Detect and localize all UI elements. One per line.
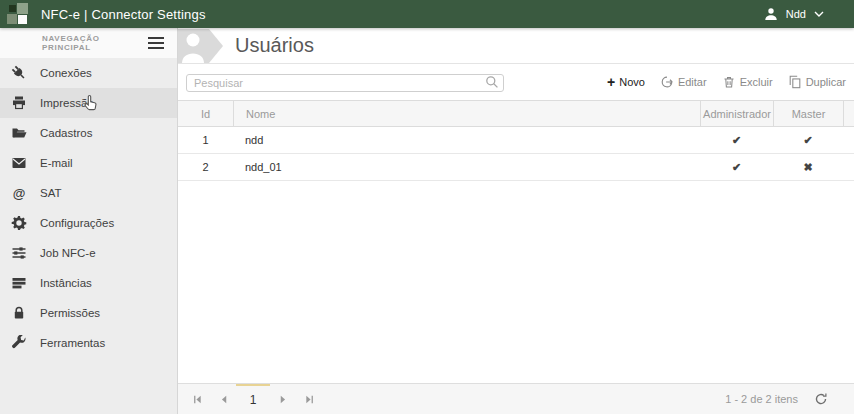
cell-nome: ndd [233, 127, 700, 153]
search-input[interactable] [186, 74, 504, 92]
sidebar-item-sat[interactable]: @ SAT [0, 178, 177, 208]
sidebar-item-label: Job NFC-e [40, 247, 96, 259]
app-logo-icon [6, 2, 32, 27]
page-number-selected[interactable]: 1 [236, 384, 270, 414]
prev-page-button[interactable] [210, 384, 236, 414]
table-row[interactable]: 2 ndd_01 ✔ ✖ [178, 154, 854, 181]
sidebar-item-label: Cadastros [40, 127, 92, 139]
sidebar-item-permissoes[interactable]: Permissões [0, 298, 177, 328]
lock-icon [10, 305, 28, 321]
sidebar-header: NAVEGAÇÃO PRINCIPAL [0, 28, 177, 58]
user-menu[interactable]: Ndd [764, 7, 854, 21]
topbar: NFC-e | Connector Settings Ndd [0, 0, 854, 28]
printer-icon [10, 95, 28, 111]
hamburger-menu-icon[interactable] [148, 31, 164, 55]
sidebar-item-configuracoes[interactable]: Configurações [0, 208, 177, 238]
duplicate-button-label: Duplicar [806, 76, 846, 88]
column-header-nome[interactable]: Nome [233, 101, 700, 126]
sidebar-header-label: NAVEGAÇÃO PRINCIPAL [42, 34, 148, 52]
edit-button[interactable]: Editar [660, 75, 707, 89]
main-content: Usuários + Novo [178, 28, 854, 414]
at-icon: @ [10, 187, 28, 200]
chevron-down-icon [814, 11, 824, 17]
check-icon: ✔ [732, 161, 741, 174]
search-box [186, 73, 504, 92]
stack-icon [10, 275, 28, 291]
cell-id: 2 [178, 154, 233, 180]
gear-icon [10, 215, 28, 231]
cell-nome: ndd_01 [233, 154, 700, 180]
pager: 1 1 - 2 de 2 itens [178, 383, 854, 414]
users-pentagon-icon [178, 29, 223, 63]
sliders-icon [10, 245, 28, 261]
check-icon: ✔ [803, 134, 812, 147]
sidebar-item-cadastros[interactable]: Cadastros [0, 118, 177, 148]
copy-icon [788, 75, 802, 89]
edit-button-label: Editar [678, 76, 707, 88]
first-page-button[interactable] [184, 384, 210, 414]
sidebar-item-label: SAT [40, 187, 62, 199]
column-header-id[interactable]: Id [178, 101, 233, 126]
toolbar: + Novo Editar [178, 64, 854, 100]
sidebar-item-impressao[interactable]: Impressão [0, 88, 177, 118]
search-icon[interactable] [485, 75, 499, 89]
column-header-administrador[interactable]: Administrador [700, 101, 773, 126]
sidebar-item-label: Ferramentas [40, 337, 105, 349]
table-empty-area [178, 181, 854, 383]
sidebar-item-ferramentas[interactable]: Ferramentas [0, 328, 177, 358]
sidebar-item-email[interactable]: E-mail [0, 148, 177, 178]
check-icon: ✔ [732, 134, 741, 147]
sidebar-item-label: Permissões [40, 307, 100, 319]
sidebar-item-label: E-mail [40, 157, 73, 169]
user-name: Ndd [786, 8, 806, 20]
sidebar-item-instancias[interactable]: Instâncias [0, 268, 177, 298]
sidebar-item-conexoes[interactable]: Conexões [0, 58, 177, 88]
plug-icon [10, 65, 28, 81]
next-page-button[interactable] [270, 384, 296, 414]
cell-id: 1 [178, 127, 233, 153]
sidebar-item-label: Conexões [40, 67, 92, 79]
column-header-spacer [843, 101, 854, 126]
pager-info: 1 - 2 de 2 itens [725, 393, 798, 405]
refresh-icon[interactable] [814, 392, 828, 406]
sidebar-item-job-nfce[interactable]: Job NFC-e [0, 238, 177, 268]
sidebar-item-label: Instâncias [40, 277, 92, 289]
sidebar: NAVEGAÇÃO PRINCIPAL Conexões [0, 28, 178, 414]
delete-button-label: Excluir [740, 76, 773, 88]
table-row[interactable]: 1 ndd ✔ ✔ [178, 127, 854, 154]
page-title: Usuários [235, 34, 314, 57]
page-header: Usuários [178, 28, 854, 64]
cross-icon: ✖ [803, 161, 812, 174]
sidebar-item-label: Configurações [40, 217, 114, 229]
folder-icon [10, 125, 28, 141]
table-header: Id Nome Administrador Master [178, 100, 854, 127]
hand-cursor-icon [84, 94, 99, 111]
last-page-button[interactable] [296, 384, 322, 414]
delete-button[interactable]: Excluir [722, 75, 773, 89]
column-header-master[interactable]: Master [773, 101, 843, 126]
app-title: NFC-e | Connector Settings [41, 7, 206, 22]
new-button-label: Novo [619, 76, 645, 88]
edit-icon [660, 75, 674, 89]
new-button[interactable]: + Novo [607, 76, 645, 88]
duplicate-button[interactable]: Duplicar [788, 75, 846, 89]
wrench-icon [10, 335, 28, 351]
envelope-icon [10, 155, 28, 171]
trash-icon [722, 75, 736, 89]
user-icon [764, 7, 778, 21]
plus-icon: + [607, 77, 615, 87]
